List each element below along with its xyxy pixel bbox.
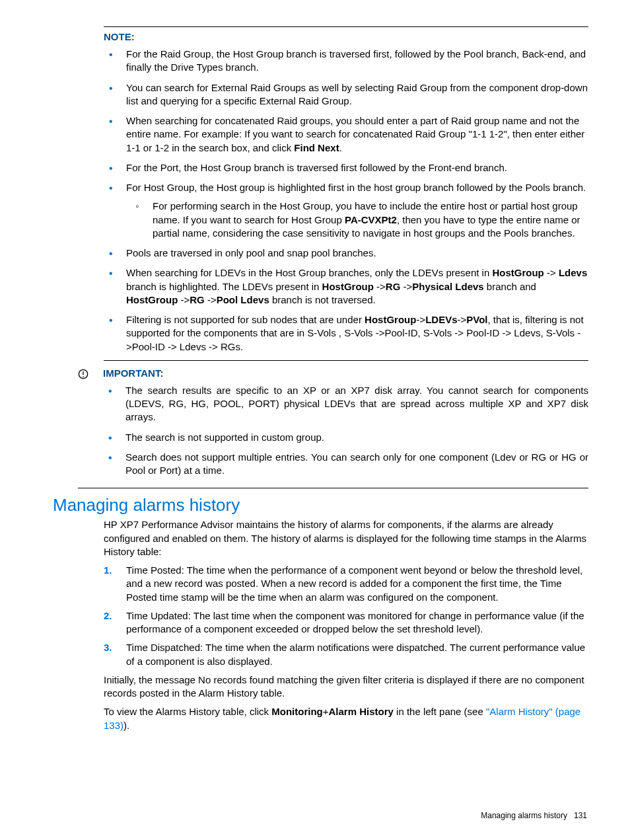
note-item: You can search for External Raid Groups … <box>104 81 588 108</box>
important-item: The search results are specific to an XP… <box>103 384 588 424</box>
footer-text: Managing alarms history <box>481 811 567 820</box>
numbered-item: Time Dispatched: The time when the alarm… <box>104 641 588 668</box>
note-item-text: For Host Group, the Host group is highli… <box>126 182 586 193</box>
page-footer: Managing alarms history 131 <box>481 811 587 820</box>
note-item-text: When searching for concatenated Raid gro… <box>126 115 584 153</box>
note-item: Filtering is not supported for sub nodes… <box>104 313 588 354</box>
note-item: For Host Group, the Host group is highli… <box>104 181 588 240</box>
note-item: When searching for LDEVs in the Host Gro… <box>104 266 588 307</box>
note-bottom-rule <box>104 360 588 361</box>
note-subitem: For performing search in the Host Group,… <box>126 200 588 240</box>
note-item-text: When searching for LDEVs in the Host Gro… <box>126 267 587 305</box>
important-list: The search results are specific to an XP… <box>103 384 588 478</box>
section-para2: Initially, the message No records found … <box>104 673 588 701</box>
numbered-item: Time Posted: The time when the performan… <box>104 564 588 604</box>
svg-point-2 <box>83 376 84 377</box>
note-item-text: For the Raid Group, the Host Group branc… <box>126 48 586 73</box>
note-item-text: For the Port, the Host Group branch is t… <box>126 162 507 173</box>
note-item: When searching for concatenated Raid gro… <box>104 114 588 155</box>
numbered-item: Time Updated: The last time when the com… <box>104 609 588 636</box>
note-item-text: Pools are traversed in only pool and sna… <box>126 247 376 258</box>
important-bottom-rule <box>78 488 588 488</box>
section-para3: To view the Alarms History table, click … <box>104 705 588 732</box>
important-item: Search does not support multiple entries… <box>103 451 588 478</box>
footer-page: 131 <box>574 811 587 820</box>
note-item: For the Port, the Host Group branch is t… <box>104 161 588 174</box>
note-item: Pools are traversed in only pool and sna… <box>104 247 588 260</box>
note-list: For the Raid Group, the Host Group branc… <box>104 48 588 354</box>
note-sublist: For performing search in the Host Group,… <box>126 200 588 240</box>
note-item: For the Raid Group, the Host Group branc… <box>104 48 588 75</box>
section-para1: HP XP7 Performance Advisor maintains the… <box>104 518 588 558</box>
note-item-text: Filtering is not supported for sub nodes… <box>126 314 584 352</box>
note-item-text: You can search for External Raid Groups … <box>126 82 588 106</box>
section-heading: Managing alarms history <box>53 495 588 515</box>
note-top-rule <box>104 26 588 27</box>
important-item: The search is not supported in custom gr… <box>103 431 588 444</box>
important-heading: IMPORTANT: <box>103 367 588 379</box>
note-heading: NOTE: <box>104 31 588 42</box>
numbered-list: Time Posted: The time when the performan… <box>104 564 588 668</box>
important-icon <box>78 367 103 484</box>
